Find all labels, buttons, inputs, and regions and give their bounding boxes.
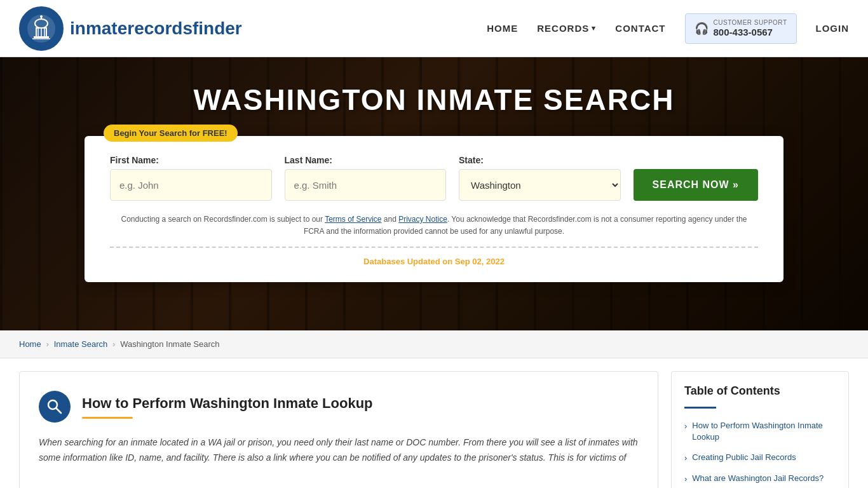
search-card: Begin Your Search for FREE! First Name: … [85,136,783,282]
toc-divider [684,407,716,409]
first-name-input[interactable] [110,169,272,201]
chevron-right-icon: › [684,421,687,431]
search-icon [46,398,64,416]
first-name-group: First Name: [110,155,272,201]
svg-point-3 [40,15,43,18]
breadcrumb-sep-1: › [46,340,49,349]
toc-title: Table of Contents [684,384,836,398]
toc-item[interactable]: ›How to Perform Washington Inmate Lookup [684,420,836,443]
chevron-right-icon: › [684,474,687,484]
svg-rect-9 [32,38,50,39]
title-underline [82,417,133,419]
breadcrumb: Home › Inmate Search › Washington Inmate… [0,330,868,358]
privacy-link[interactable]: Privacy Notice [398,215,447,224]
breadcrumb-current: Washington Inmate Search [120,339,219,349]
article-section: How to Perform Washington Inmate Lookup … [19,371,658,488]
chevron-down-icon: ▾ [592,24,596,32]
breadcrumb-sep-2: › [112,340,115,349]
support-label: CUSTOMER SUPPORT [714,19,787,27]
state-label: State: [459,155,621,165]
chevron-right-icon: › [684,453,687,463]
svg-line-11 [57,409,62,414]
logo-area: inmaterecordsfinder [19,6,242,51]
article-body: When searching for an inmate located in … [39,435,639,466]
first-name-label: First Name: [110,155,272,165]
hero-title: WASHINGTON INMATE SEARCH [194,83,675,117]
support-number: 800-433-0567 [714,27,787,38]
nav-home[interactable]: HOME [487,23,518,34]
nav: HOME RECORDS ▾ CONTACT 🎧 CUSTOMER SUPPOR… [487,13,849,44]
terms-link[interactable]: Terms of Service [325,215,381,224]
svg-rect-8 [34,36,49,38]
last-name-group: Last Name: [285,155,447,201]
logo-text: inmaterecordsfinder [70,18,242,39]
search-form-row: First Name: Last Name: State: AlabamaAla… [110,155,758,201]
last-name-input[interactable] [285,169,447,201]
search-now-button[interactable]: SEARCH NOW » [634,169,758,201]
state-group: State: AlabamaAlaskaArizonaArkansasCalif… [459,155,621,201]
hero-section: WASHINGTON INMATE SEARCH Begin Your Sear… [0,57,868,330]
toc-sidebar: Table of Contents ›How to Perform Washin… [671,371,849,488]
article-header: How to Perform Washington Inmate Lookup [39,391,639,423]
disclaimer-text: Conducting a search on Recordsfinder.com… [110,214,758,238]
state-select[interactable]: AlabamaAlaskaArizonaArkansasCaliforniaCo… [459,169,621,201]
divider [110,247,758,248]
logo-icon [19,6,64,51]
customer-support-button[interactable]: 🎧 CUSTOMER SUPPORT 800-433-0567 [685,13,797,44]
breadcrumb-home[interactable]: Home [19,339,41,349]
toc-items: ›How to Perform Washington Inmate Lookup… [684,420,836,484]
article-icon [39,391,71,423]
main-content: How to Perform Washington Inmate Lookup … [0,358,868,488]
header: inmaterecordsfinder HOME RECORDS ▾ CONTA… [0,0,868,57]
headset-icon: 🎧 [695,22,709,36]
toc-item[interactable]: ›Creating Public Jail Records [684,452,836,463]
article-title: How to Perform Washington Inmate Lookup [82,395,373,412]
login-button[interactable]: LOGIN [816,23,850,34]
nav-contact[interactable]: CONTACT [615,23,665,34]
breadcrumb-inmate-search[interactable]: Inmate Search [54,339,108,349]
free-badge: Begin Your Search for FREE! [104,125,238,142]
nav-records[interactable]: RECORDS ▾ [537,23,596,34]
toc-item[interactable]: ›What are Washington Jail Records? [684,473,836,484]
db-updated: Databases Updated on Sep 02, 2022 [110,257,758,266]
last-name-label: Last Name: [285,155,447,165]
